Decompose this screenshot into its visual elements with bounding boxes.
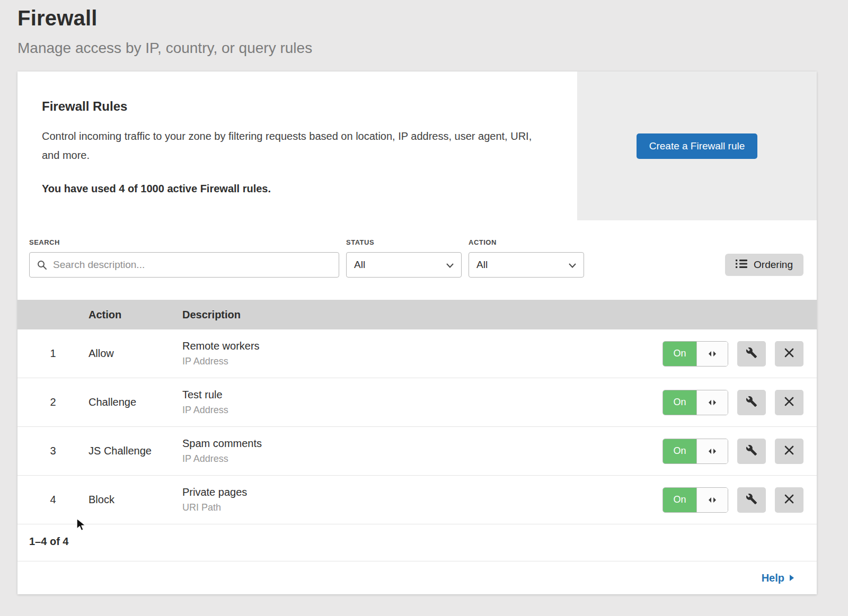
edit-rule-button[interactable] [737, 390, 766, 415]
rule-action: Allow [89, 347, 182, 360]
table-row: 2 Challenge Test rule IP Address On [17, 378, 817, 427]
edit-rule-button[interactable] [737, 341, 766, 367]
rule-enabled-toggle[interactable]: On [662, 487, 728, 513]
pagination-status: 1–4 of 4 [17, 524, 817, 561]
search-input[interactable] [29, 252, 339, 278]
rule-description: Spam comments IP Address [182, 438, 662, 465]
chevron-down-icon [569, 259, 576, 271]
wrench-icon [746, 347, 757, 360]
rule-controls: On [662, 390, 817, 415]
rule-description: Remote workers IP Address [182, 340, 662, 367]
ordering-button-label: Ordering [754, 259, 793, 271]
firewall-rules-card: Firewall Rules Control incoming traffic … [17, 72, 817, 594]
rule-controls: On [662, 439, 817, 464]
rule-title: Spam comments [182, 438, 662, 450]
page-subtitle: Manage access by IP, country, or query r… [17, 40, 848, 57]
rule-action: Challenge [89, 396, 182, 408]
action-label: ACTION [469, 238, 584, 246]
help-link-label: Help [762, 572, 784, 584]
ordered-list-icon [736, 259, 747, 271]
rule-number: 4 [17, 494, 89, 506]
panel-title: Firewall Rules [42, 99, 545, 114]
toggle-drag-handle[interactable] [696, 439, 728, 463]
action-select[interactable]: All [469, 252, 584, 278]
page-title: Firewall [17, 6, 848, 30]
rule-field-type: IP Address [182, 453, 662, 465]
rule-enabled-toggle[interactable]: On [662, 390, 728, 415]
close-icon [784, 397, 794, 408]
rule-field-type: IP Address [182, 356, 662, 367]
toggle-on-label[interactable]: On [663, 488, 696, 512]
table-row: 4 Block Private pages URI Path On [17, 476, 817, 524]
close-icon [784, 494, 794, 505]
rule-title: Test rule [182, 389, 662, 401]
card-top-text: Firewall Rules Control incoming traffic … [17, 72, 577, 220]
wrench-icon [746, 396, 757, 409]
edit-rule-button[interactable] [737, 439, 766, 464]
close-icon [784, 445, 794, 457]
rule-controls: On [662, 487, 817, 513]
rule-description: Test rule IP Address [182, 389, 662, 416]
rule-number: 2 [17, 396, 89, 408]
panel-description: Control incoming traffic to your zone by… [42, 127, 545, 165]
status-select[interactable]: All [346, 252, 462, 278]
rule-title: Private pages [182, 486, 662, 498]
rule-title: Remote workers [182, 340, 662, 352]
delete-rule-button[interactable] [775, 341, 803, 367]
edit-rule-button[interactable] [737, 487, 766, 513]
rule-description: Private pages URI Path [182, 486, 662, 513]
delete-rule-button[interactable] [775, 390, 803, 415]
rule-number: 1 [17, 347, 89, 360]
toggle-drag-handle[interactable] [696, 342, 728, 366]
table-row: 1 Allow Remote workers IP Address On [17, 329, 817, 378]
search-label: SEARCH [29, 238, 339, 246]
chevron-down-icon [446, 259, 454, 271]
toggle-on-label[interactable]: On [663, 439, 696, 463]
rule-field-type: IP Address [182, 405, 662, 416]
panel-usage-count: You have used 4 of 1000 active Firewall … [42, 183, 545, 195]
rule-number: 3 [17, 445, 89, 457]
create-firewall-rule-button[interactable]: Create a Firewall rule [637, 133, 758, 159]
search-icon [37, 260, 47, 272]
rule-enabled-toggle[interactable]: On [662, 341, 728, 367]
rule-action: Block [89, 494, 182, 506]
search-field-wrapper [29, 252, 339, 278]
card-top-action-area: Create a Firewall rule [577, 72, 817, 220]
filters-bar: SEARCH STATUS All [17, 220, 817, 300]
close-icon [784, 348, 794, 359]
help-link[interactable]: Help [762, 572, 794, 584]
ordering-button[interactable]: Ordering [725, 254, 803, 276]
header-action-column: Action [89, 309, 182, 321]
status-filter-group: STATUS All [346, 238, 462, 278]
card-footer: Help [17, 561, 817, 594]
toggle-drag-handle[interactable] [696, 488, 728, 512]
search-filter-group: SEARCH [29, 238, 339, 278]
wrench-icon [746, 444, 757, 458]
toggle-drag-handle[interactable] [696, 390, 728, 415]
page-header: Firewall Manage access by IP, country, o… [0, 0, 848, 57]
rule-enabled-toggle[interactable]: On [662, 439, 728, 464]
status-selected-value: All [354, 259, 365, 271]
status-label: STATUS [346, 238, 462, 246]
toggle-on-label[interactable]: On [663, 342, 696, 366]
chevron-right-icon [789, 572, 794, 584]
rule-field-type: URI Path [182, 502, 662, 513]
toggle-on-label[interactable]: On [663, 390, 696, 415]
delete-rule-button[interactable] [775, 439, 803, 464]
delete-rule-button[interactable] [775, 487, 803, 513]
rule-action: JS Challenge [89, 445, 182, 457]
action-selected-value: All [476, 259, 488, 271]
table-row: 3 JS Challenge Spam comments IP Address … [17, 427, 817, 476]
rule-controls: On [662, 341, 817, 367]
action-filter-group: ACTION All [469, 238, 584, 278]
header-description-column: Description [182, 309, 817, 321]
card-top-section: Firewall Rules Control incoming traffic … [17, 72, 817, 220]
table-header: Action Description [17, 300, 817, 329]
wrench-icon [746, 493, 757, 506]
